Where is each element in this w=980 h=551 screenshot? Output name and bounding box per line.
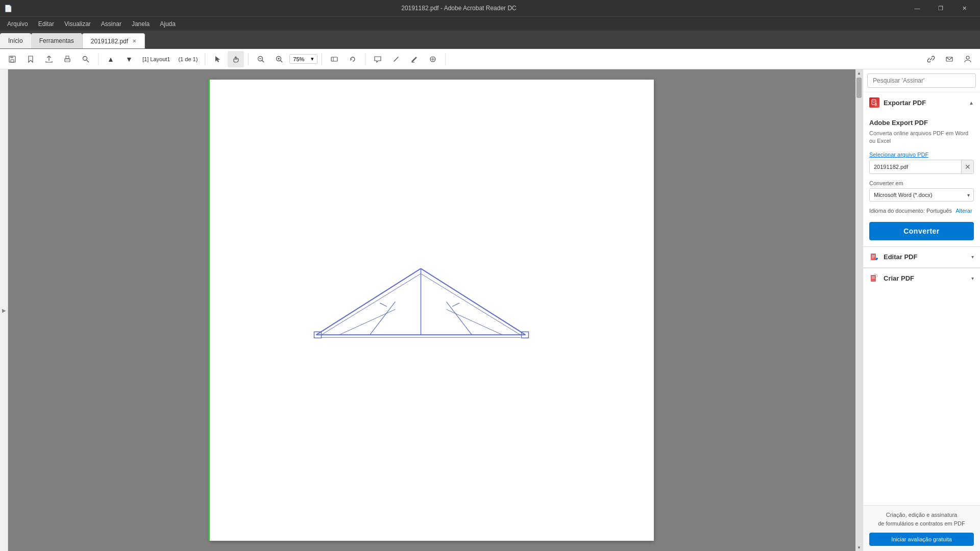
menu-arquivo[interactable]: Arquivo: [2, 18, 33, 30]
adobe-export-desc: Converta online arquivos PDF em Word ou …: [869, 130, 974, 145]
tab-ferramentas-label: Ferramentas: [39, 37, 74, 44]
highlight-button[interactable]: [406, 51, 423, 67]
svg-line-8: [87, 60, 89, 62]
svg-rect-6: [66, 60, 69, 62]
svg-rect-16: [331, 57, 337, 61]
separator-6: [445, 53, 446, 65]
tab-ferramentas[interactable]: Ferramentas: [31, 33, 82, 48]
upload-button[interactable]: [41, 51, 57, 67]
right-panel: Exportar PDF ▲ Adobe Export PDF Converta…: [863, 69, 980, 551]
svg-line-33: [339, 309, 396, 335]
scroll-up-button[interactable]: ▲: [855, 69, 863, 77]
idioma-change-link[interactable]: Alterar: [955, 208, 972, 214]
svg-point-7: [83, 56, 87, 60]
edit-pdf-icon: [869, 252, 879, 262]
svg-point-23: [966, 56, 969, 59]
file-input-row: ✕: [869, 160, 974, 174]
promo-button[interactable]: Iniciar avaliação gratuita: [869, 533, 974, 546]
fit-page-button[interactable]: [326, 51, 342, 67]
email-button[interactable]: [941, 51, 958, 67]
select-pdf-label: Selecionar arquivo PDF: [869, 152, 974, 158]
edit-pdf-title: Editar PDF: [884, 253, 917, 261]
titlebar: 📄 20191182.pdf - Adobe Acrobat Reader DC…: [0, 0, 980, 16]
svg-line-15: [281, 60, 283, 62]
pdf-page: [210, 80, 654, 541]
idioma-value: Português: [926, 208, 952, 214]
convert-to-select[interactable]: Microsoft Word (*.docx) Microsoft Excel …: [869, 188, 974, 202]
hand-tool-button[interactable]: [228, 51, 244, 67]
export-pdf-header[interactable]: Exportar PDF ▲: [863, 92, 980, 113]
tab-inicio-label: Início: [8, 37, 23, 44]
svg-rect-48: [872, 277, 875, 277]
zoom-in-button[interactable]: [271, 51, 287, 67]
page-layout-info: [1] Layout1: [139, 56, 173, 62]
zoom-out-button[interactable]: [253, 51, 269, 67]
tab-document[interactable]: 20191182.pdf ✕: [82, 33, 145, 48]
tab-close-icon[interactable]: ✕: [132, 38, 136, 44]
separator-4: [322, 53, 322, 65]
tab-inicio[interactable]: Início: [0, 33, 31, 48]
idioma-label: Idioma do documento:: [869, 208, 925, 214]
svg-line-36: [452, 303, 459, 307]
export-chevron-icon: ▲: [969, 100, 974, 106]
svg-rect-44: [872, 256, 875, 257]
menu-editar[interactable]: Editar: [33, 18, 59, 30]
left-panel-arrow: ▶: [2, 308, 6, 313]
menu-visualizar[interactable]: Visualizar: [59, 18, 96, 30]
prev-page-button[interactable]: ▲: [103, 51, 119, 67]
separator-2: [205, 53, 205, 65]
stamp-button[interactable]: [425, 51, 441, 67]
save-button[interactable]: [4, 51, 20, 67]
promo-line2: de formulários e contratos em PDF: [878, 520, 965, 527]
create-pdf-header[interactable]: Criar PDF ▾: [863, 268, 980, 289]
pdf-viewport[interactable]: [8, 69, 855, 551]
promo-line1: Criação, edição e assinatura: [886, 512, 957, 518]
markup-button[interactable]: [388, 51, 404, 67]
file-clear-button[interactable]: ✕: [961, 160, 973, 173]
minimize-button[interactable]: —: [905, 0, 929, 16]
print-button[interactable]: [59, 51, 76, 67]
comment-button[interactable]: [370, 51, 386, 67]
link-button[interactable]: [923, 51, 939, 67]
zoom-level-selector[interactable]: 75% ▾: [289, 54, 317, 64]
export-pdf-section: Exportar PDF ▲ Adobe Export PDF Converta…: [863, 92, 980, 247]
main-area: ▶: [0, 69, 980, 551]
menu-assinar[interactable]: Assinar: [96, 18, 127, 30]
scroll-down-button[interactable]: ▼: [855, 544, 863, 551]
create-pdf-title: Criar PDF: [884, 274, 914, 282]
separator-5: [365, 53, 365, 65]
svg-line-11: [262, 60, 264, 62]
svg-line-26: [421, 268, 526, 335]
close-button[interactable]: ✕: [952, 0, 976, 16]
adobe-export-title: Adobe Export PDF: [869, 119, 974, 127]
window-title: 20191182.pdf - Adobe Acrobat Reader DC: [12, 5, 905, 12]
menu-janela[interactable]: Janela: [127, 18, 155, 30]
next-page-button[interactable]: ▼: [121, 51, 137, 67]
rotate-button[interactable]: [345, 51, 361, 67]
file-input[interactable]: [870, 161, 961, 172]
convert-to-select-row: Microsoft Word (*.docx) Microsoft Excel …: [869, 188, 974, 202]
svg-line-29: [421, 273, 521, 335]
restore-button[interactable]: ❐: [929, 0, 952, 16]
user-button[interactable]: [960, 51, 976, 67]
converter-button[interactable]: Converter: [869, 222, 974, 240]
edit-pdf-section: Editar PDF ▾: [863, 247, 980, 268]
menu-ajuda[interactable]: Ajuda: [155, 18, 181, 30]
promo-text: Criação, edição e assinatura de formulár…: [869, 511, 974, 528]
edit-pdf-header[interactable]: Editar PDF ▾: [863, 247, 980, 267]
scroll-thumb[interactable]: [856, 78, 862, 98]
svg-rect-45: [872, 258, 874, 258]
panel-search-input[interactable]: [867, 73, 976, 88]
bookmark-button[interactable]: [22, 51, 39, 67]
idioma-row: Idioma do documento: Português Alterar: [869, 208, 974, 214]
tab-document-label: 20191182.pdf: [91, 38, 128, 45]
select-tool-button[interactable]: [209, 51, 226, 67]
svg-line-25: [316, 268, 421, 335]
left-panel-toggle[interactable]: ▶: [0, 69, 8, 551]
separator-1: [98, 53, 99, 65]
search-button[interactable]: [78, 51, 94, 67]
svg-line-31: [370, 302, 396, 335]
svg-line-35: [380, 303, 387, 307]
viewport-scrollbar[interactable]: ▲ ▼: [855, 69, 863, 551]
svg-rect-5: [66, 56, 69, 59]
